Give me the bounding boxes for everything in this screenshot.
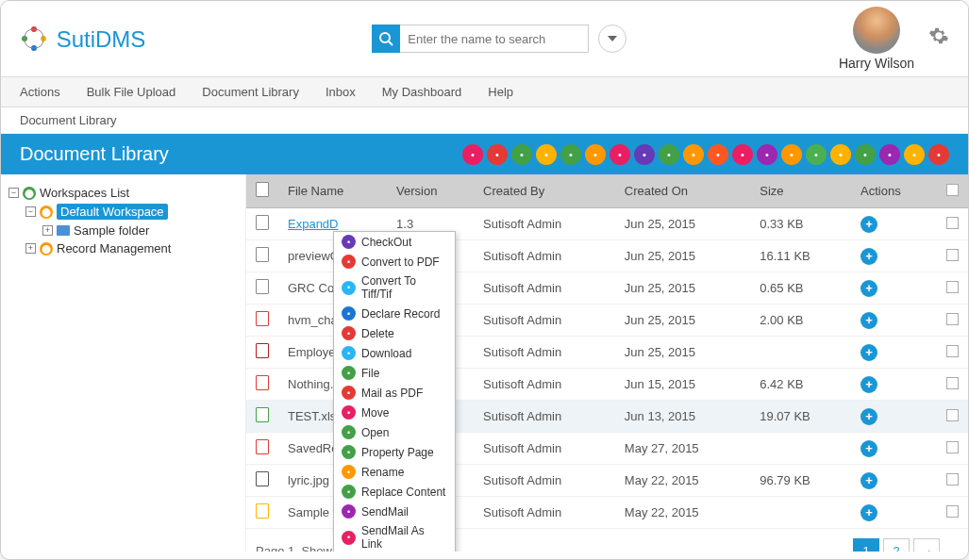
created-by-cell: Sutisoft Admin <box>474 337 615 369</box>
tree-root[interactable]: − ⬤ Workspaces List <box>8 184 238 202</box>
toolbar-icon[interactable]: • <box>928 144 949 165</box>
pager-button[interactable]: 2 <box>883 538 910 552</box>
row-actions-button[interactable]: + <box>860 440 877 457</box>
menu-item[interactable]: My Dashboard <box>382 85 462 99</box>
row-checkbox[interactable] <box>946 217 959 229</box>
context-menu-item[interactable]: •Mail as PDF <box>334 383 455 403</box>
table-header[interactable] <box>246 174 278 208</box>
file-type-icon <box>256 407 269 422</box>
table-header[interactable]: Version <box>387 174 474 208</box>
toolbar-icon[interactable]: • <box>511 144 532 165</box>
user-area: Harry Wilson <box>839 7 914 71</box>
row-checkbox[interactable] <box>946 409 959 421</box>
context-menu-item[interactable]: •Rename <box>334 462 455 482</box>
toolbar-icon[interactable]: • <box>634 144 655 165</box>
toolbar-icon[interactable]: • <box>757 144 777 165</box>
context-menu-item[interactable]: •Open <box>334 422 455 442</box>
context-menu-item[interactable]: •Convert to PDF <box>334 252 455 272</box>
row-checkbox[interactable] <box>946 377 959 389</box>
row-checkbox[interactable] <box>946 281 959 293</box>
toolbar-icon[interactable]: • <box>830 144 851 165</box>
menu-item[interactable]: Bulk File Upload <box>87 85 176 99</box>
search-button[interactable] <box>372 25 400 53</box>
row-actions-button[interactable]: + <box>860 472 877 489</box>
created-by-cell: Sutisoft Admin <box>474 401 615 433</box>
context-item-label: Property Page <box>361 446 434 459</box>
toolbar-icon[interactable]: • <box>732 144 753 165</box>
search-wrap <box>372 25 627 53</box>
context-menu-item[interactable]: •SendMail <box>334 502 455 521</box>
context-menu-item[interactable]: •Declare Record <box>334 304 455 323</box>
toolbar-icon[interactable]: • <box>904 144 925 165</box>
toolbar-icon[interactable]: • <box>585 144 606 165</box>
context-menu-item[interactable]: •Download <box>334 343 455 363</box>
row-actions-button[interactable]: + <box>860 280 877 297</box>
tree-sample-folder[interactable]: + Sample folder <box>8 222 238 239</box>
search-input[interactable] <box>400 25 589 53</box>
tree-toggle-icon[interactable]: − <box>8 188 19 198</box>
row-actions-button[interactable]: + <box>860 216 877 233</box>
row-checkbox[interactable] <box>946 313 959 325</box>
row-checkbox[interactable] <box>946 249 959 261</box>
row-actions-button[interactable]: + <box>860 504 877 521</box>
toolbar-icon[interactable]: • <box>487 144 508 165</box>
table-header[interactable]: Actions <box>851 174 937 208</box>
avatar[interactable] <box>853 7 900 54</box>
toolbar-icon[interactable]: • <box>708 144 728 165</box>
context-menu-item[interactable]: •Convert To Tiff/Tif <box>334 272 455 304</box>
table-header[interactable]: Size <box>750 174 851 208</box>
context-item-label: Download <box>361 347 411 360</box>
tree-toggle-icon[interactable]: + <box>25 243 36 254</box>
toolbar-icon[interactable]: • <box>462 144 483 165</box>
created-by-cell: Sutisoft Admin <box>474 465 615 497</box>
context-menu-item[interactable]: •Delete <box>334 323 455 343</box>
toolbar-icon[interactable]: • <box>683 144 704 165</box>
row-actions-button[interactable]: + <box>860 344 877 361</box>
toolbar-icon[interactable]: • <box>781 144 802 165</box>
menu-item[interactable]: Actions <box>20 85 60 99</box>
context-menu-item[interactable]: •Move <box>334 403 455 422</box>
pager-button[interactable]: → <box>913 538 940 552</box>
table-header[interactable] <box>937 174 968 208</box>
tree-toggle-icon[interactable]: + <box>42 225 53 236</box>
toolbar-icon[interactable]: • <box>659 144 679 165</box>
toolbar-icon[interactable]: • <box>536 144 557 165</box>
toolbar-icon[interactable]: • <box>560 144 581 165</box>
toolbar-icon[interactable]: • <box>855 144 876 165</box>
file-name: SavedRe <box>288 441 338 455</box>
tree-record-mgmt[interactable]: + ⬤ Record Management <box>8 239 238 257</box>
context-menu-item[interactable]: •SendMail As Link <box>334 521 455 552</box>
tree-root-label: Workspaces List <box>40 186 129 200</box>
table-header[interactable]: Created On <box>615 174 750 208</box>
toolbar-icon[interactable]: • <box>610 144 630 165</box>
row-checkbox[interactable] <box>946 473 959 486</box>
gear-icon[interactable] <box>928 25 949 52</box>
row-actions-button[interactable]: + <box>860 408 877 425</box>
menu-item[interactable]: Inbox <box>326 85 356 99</box>
tree-default-workspace[interactable]: − ⬤ Default Workspace <box>8 202 238 222</box>
table-header[interactable]: File Name <box>278 174 387 208</box>
row-actions-button[interactable]: + <box>860 376 877 393</box>
tree-toggle-icon[interactable]: − <box>25 206 36 217</box>
table-header[interactable]: Created By <box>474 174 615 208</box>
row-checkbox[interactable] <box>946 441 959 453</box>
context-menu-item[interactable]: •File <box>334 363 455 383</box>
toolbar-icon[interactable]: • <box>806 144 827 165</box>
toolbar-icon[interactable]: • <box>879 144 900 165</box>
pager: 12→ <box>853 538 940 552</box>
select-all-checkbox[interactable] <box>946 184 959 196</box>
search-dropdown-button[interactable] <box>598 25 627 53</box>
file-name: Nothing. <box>288 377 333 391</box>
context-menu-item[interactable]: •Replace Content <box>334 482 455 502</box>
row-checkbox[interactable] <box>946 505 959 518</box>
menu-item[interactable]: Help <box>488 85 513 99</box>
row-checkbox[interactable] <box>946 345 959 357</box>
pager-button[interactable]: 1 <box>853 538 879 552</box>
row-actions-button[interactable]: + <box>860 248 877 265</box>
context-menu-item[interactable]: •Property Page <box>334 442 455 462</box>
context-menu-item[interactable]: •CheckOut <box>334 232 455 252</box>
menu-item[interactable]: Document Library <box>202 85 299 99</box>
file-name-link[interactable]: ExpandD <box>288 217 338 231</box>
row-actions-button[interactable]: + <box>860 312 877 329</box>
file-type-icon <box>256 215 269 230</box>
